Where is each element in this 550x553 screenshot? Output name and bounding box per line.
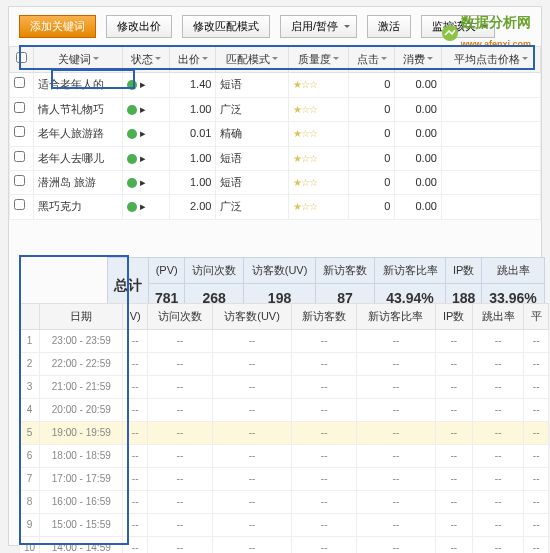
avg-cell	[441, 170, 540, 194]
bid-cell: 0.01	[169, 122, 216, 146]
detail-row[interactable]: 519:00 - 19:59----------------	[20, 422, 549, 445]
status-active-icon	[127, 202, 137, 212]
col-status[interactable]: 状态	[123, 47, 170, 73]
enable-pause-button[interactable]: 启用/暂停	[280, 15, 357, 38]
table-row[interactable]: 适合老年人的 ▸1.40短语★☆☆00.00	[10, 73, 541, 97]
sum-ip: IP数	[446, 258, 482, 284]
detail-row[interactable]: 915:00 - 15:59----------------	[20, 514, 549, 537]
row-checkbox[interactable]	[14, 126, 25, 137]
click-cell: 0	[348, 122, 395, 146]
row-checkbox[interactable]	[14, 151, 25, 162]
cost-cell: 0.00	[395, 73, 442, 97]
edit-match-button[interactable]: 修改匹配模式	[182, 15, 270, 38]
detail-row[interactable]: 123:00 - 23:59----------------	[20, 330, 549, 353]
dash-cell: --	[472, 330, 524, 353]
dash-cell: --	[435, 445, 472, 468]
dcol-avg[interactable]: 平	[524, 304, 549, 330]
col-cost[interactable]: 消费	[395, 47, 442, 73]
dash-cell: --	[123, 514, 148, 537]
table-row[interactable]: 老年人旅游路 ▸0.01精确★☆☆00.00	[10, 122, 541, 146]
col-quality[interactable]: 质量度	[289, 47, 349, 73]
edit-bid-button[interactable]: 修改出价	[106, 15, 172, 38]
kw-cell: 潜洲岛 旅游	[33, 170, 122, 194]
col-match[interactable]: 匹配模式	[216, 47, 289, 73]
col-bid[interactable]: 出价	[169, 47, 216, 73]
dash-cell: --	[472, 468, 524, 491]
dash-cell: --	[212, 353, 291, 376]
dcol-bounce[interactable]: 跳出率	[472, 304, 524, 330]
status-active-icon	[127, 129, 137, 139]
detail-row[interactable]: 420:00 - 20:59----------------	[20, 399, 549, 422]
dcol-newrate[interactable]: 新访客比率	[357, 304, 435, 330]
dash-cell: --	[357, 468, 435, 491]
dcol-new[interactable]: 新访客数	[292, 304, 357, 330]
dcol-ip[interactable]: IP数	[435, 304, 472, 330]
row-checkbox[interactable]	[14, 199, 25, 210]
table-row[interactable]: 情人节礼物巧 ▸1.00广泛★☆☆00.00	[10, 97, 541, 121]
dash-cell: --	[292, 399, 357, 422]
col-keyword[interactable]: 关键词	[33, 47, 122, 73]
dash-cell: --	[524, 491, 549, 514]
detail-row[interactable]: 222:00 - 22:59----------------	[20, 353, 549, 376]
dash-cell: --	[147, 468, 212, 491]
sum-uv: 访客数(UV)	[244, 258, 316, 284]
dash-cell: --	[123, 537, 148, 553]
match-cell: 广泛	[216, 195, 289, 219]
dash-cell: --	[147, 491, 212, 514]
time-cell: 19:00 - 19:59	[40, 422, 123, 445]
time-cell: 17:00 - 17:59	[40, 468, 123, 491]
detail-row[interactable]: 618:00 - 18:59----------------	[20, 445, 549, 468]
dash-cell: --	[212, 399, 291, 422]
kw-cell: 情人节礼物巧	[33, 97, 122, 121]
dash-cell: --	[147, 514, 212, 537]
cost-cell: 0.00	[395, 170, 442, 194]
dash-cell: --	[472, 445, 524, 468]
dash-cell: --	[524, 353, 549, 376]
dash-cell: --	[292, 330, 357, 353]
detail-row[interactable]: 321:00 - 21:59----------------	[20, 376, 549, 399]
row-num: 10	[20, 537, 40, 553]
table-row[interactable]: 黑巧克力 ▸2.00广泛★☆☆00.00	[10, 195, 541, 219]
detail-row[interactable]: 1014:00 - 14:59----------------	[20, 537, 549, 553]
status-active-icon	[127, 105, 137, 115]
match-cell: 短语	[216, 170, 289, 194]
dash-cell: --	[357, 491, 435, 514]
activate-button[interactable]: 激活	[367, 15, 411, 38]
dcol-pv[interactable]: V)	[123, 304, 148, 330]
detail-table: 日期 V) 访问次数 访客数(UV) 新访客数 新访客比率 IP数 跳出率 平 …	[19, 303, 549, 553]
row-num: 5	[20, 422, 40, 445]
row-checkbox[interactable]	[14, 77, 25, 88]
table-row[interactable]: 老年人去哪儿 ▸1.00短语★☆☆00.00	[10, 146, 541, 170]
dcol-date[interactable]: 日期	[40, 304, 123, 330]
row-checkbox[interactable]	[14, 102, 25, 113]
kw-cell: 适合老年人的	[33, 73, 122, 97]
select-all-checkbox[interactable]	[16, 52, 27, 63]
dash-cell: --	[435, 330, 472, 353]
time-cell: 21:00 - 21:59	[40, 376, 123, 399]
match-cell: 广泛	[216, 97, 289, 121]
dash-cell: --	[435, 422, 472, 445]
dash-cell: --	[472, 514, 524, 537]
time-cell: 20:00 - 20:59	[40, 399, 123, 422]
detail-row[interactable]: 717:00 - 17:59----------------	[20, 468, 549, 491]
row-checkbox[interactable]	[14, 175, 25, 186]
dash-cell: --	[357, 445, 435, 468]
col-click[interactable]: 点击	[348, 47, 395, 73]
match-cell: 短语	[216, 146, 289, 170]
row-num: 6	[20, 445, 40, 468]
dash-cell: --	[524, 468, 549, 491]
dcol-visits[interactable]: 访问次数	[147, 304, 212, 330]
dash-cell: --	[524, 537, 549, 553]
kw-cell: 老年人去哪儿	[33, 146, 122, 170]
site-logo: 数据分析网www.afenxi.com	[441, 13, 531, 52]
dash-cell: --	[357, 376, 435, 399]
dash-cell: --	[292, 353, 357, 376]
table-row[interactable]: 潜洲岛 旅游 ▸1.00短语★☆☆00.00	[10, 170, 541, 194]
dash-cell: --	[212, 422, 291, 445]
dash-cell: --	[357, 399, 435, 422]
dcol-uv[interactable]: 访客数(UV)	[212, 304, 291, 330]
dash-cell: --	[123, 491, 148, 514]
detail-row[interactable]: 816:00 - 16:59----------------	[20, 491, 549, 514]
add-keyword-button[interactable]: 添加关键词	[19, 15, 96, 38]
star-icon: ★☆☆	[293, 177, 317, 188]
